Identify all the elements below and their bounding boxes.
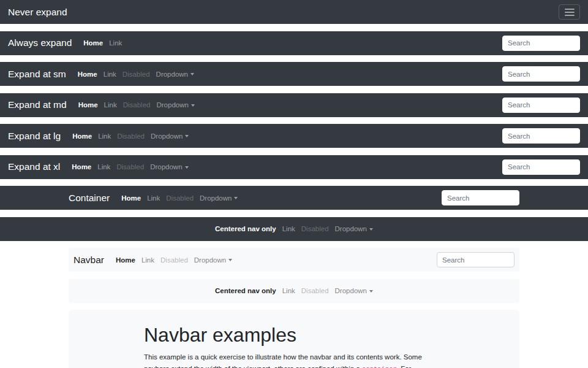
navbar-centered-dark: Centered nav only Link Disabled Dropdown [0, 217, 588, 241]
nav-item-home[interactable]: Home [69, 132, 95, 140]
nav-item-link[interactable]: Link [279, 225, 298, 232]
nav-item-disabled: Disabled [163, 194, 197, 202]
navbar-expand-md: Expand at md Home Link Disabled Dropdown [0, 93, 588, 117]
nav-item-dropdown[interactable]: Dropdown [332, 287, 376, 294]
nav-item-dropdown[interactable]: Dropdown [148, 132, 192, 140]
search-input[interactable] [502, 98, 580, 113]
dropdown-label: Dropdown [150, 163, 182, 171]
dropdown-label: Dropdown [335, 225, 367, 232]
nav-links: Home Link Disabled Dropdown [75, 101, 198, 109]
nav-links: Centered nav only Link Disabled Dropdown [212, 287, 376, 294]
nav-item-link[interactable]: Link [101, 101, 120, 109]
nav-links: Home Link Disabled Dropdown [69, 132, 192, 140]
navbar-expand-xl: Expand at xl Home Link Disabled Dropdown [0, 155, 588, 179]
nav-item-dropdown[interactable]: Dropdown [332, 225, 376, 232]
brand-expand-md[interactable]: Expand at md [8, 99, 67, 110]
navbar-container-inner: Container Home Link Disabled Dropdown [69, 186, 519, 210]
nav-item-centered-nav-only[interactable]: Centered nav only [212, 287, 279, 294]
search-input[interactable] [502, 159, 580, 175]
nav-links: Home Link Disabled Dropdown [75, 71, 197, 78]
dropdown-label: Dropdown [194, 256, 226, 264]
nav-item-centered-nav-only[interactable]: Centered nav only [212, 225, 279, 232]
nav-item-home[interactable]: Home [75, 71, 100, 78]
nav-links: Home Link Disabled Dropdown [118, 194, 241, 202]
dropdown-label: Dropdown [151, 132, 183, 140]
brand-navbar[interactable]: Navbar [74, 255, 104, 266]
navbar-expand-lg: Expand at lg Home Link Disabled Dropdown [0, 124, 588, 148]
brand-expand-xl[interactable]: Expand at xl [8, 161, 60, 172]
nav-item-dropdown[interactable]: Dropdown [153, 101, 197, 109]
nav-item-disabled: Disabled [120, 101, 154, 109]
container-code-literal: container [362, 366, 397, 368]
caret-down-icon [228, 259, 232, 261]
nav-item-link[interactable]: Link [94, 163, 113, 171]
nav-item-disabled: Disabled [114, 132, 148, 140]
nav-links: Home Link Disabled Dropdown [113, 256, 235, 264]
jumbotron: Navbar examples This example is a quick … [69, 310, 519, 368]
caret-down-icon [369, 228, 373, 231]
nav-item-disabled: Disabled [113, 163, 147, 171]
caret-down-icon [234, 197, 238, 199]
brand-always-expand[interactable]: Always expand [8, 37, 72, 48]
nav-item-link[interactable]: Link [144, 194, 163, 202]
nav-item-dropdown[interactable]: Dropdown [153, 71, 197, 78]
caret-down-icon [190, 73, 194, 75]
nav-item-dropdown[interactable]: Dropdown [197, 194, 241, 202]
nav-item-home[interactable]: Home [75, 101, 101, 109]
hamburger-icon [565, 9, 575, 10]
navbar-always-expand: Always expand Home Link [0, 31, 588, 55]
caret-down-icon [185, 166, 189, 169]
nav-item-dropdown[interactable]: Dropdown [191, 256, 235, 264]
nav-links: Home Link [80, 39, 125, 47]
dropdown-label: Dropdown [335, 287, 367, 294]
caret-down-icon [191, 104, 195, 107]
brand-expand-lg[interactable]: Expand at lg [8, 131, 61, 142]
caret-down-icon [185, 135, 189, 137]
search-input[interactable] [437, 252, 514, 267]
hamburger-icon [565, 12, 575, 13]
search-input[interactable] [502, 128, 580, 144]
dropdown-label: Dropdown [156, 71, 188, 78]
navbar-light: Navbar Home Link Disabled Dropdown [69, 248, 519, 272]
brand-container[interactable]: Container [69, 193, 110, 204]
navbar-centered-light: Centered nav only Link Disabled Dropdown [69, 279, 519, 303]
nav-item-link[interactable]: Link [138, 256, 157, 264]
brand-expand-sm[interactable]: Expand at sm [8, 69, 66, 80]
nav-item-link[interactable]: Link [279, 287, 298, 294]
dropdown-label: Dropdown [156, 101, 188, 109]
jumbotron-content: Navbar examples This example is a quick … [144, 323, 444, 368]
search-input[interactable] [502, 36, 580, 51]
nav-item-disabled: Disabled [298, 287, 332, 294]
nav-item-link[interactable]: Link [100, 71, 119, 78]
search-input[interactable] [442, 190, 519, 205]
nav-item-disabled: Disabled [298, 225, 332, 232]
nav-item-link[interactable]: Link [106, 39, 125, 47]
nav-item-home[interactable]: Home [113, 256, 138, 264]
nav-item-home[interactable]: Home [118, 194, 144, 202]
nav-item-disabled: Disabled [157, 256, 191, 264]
caret-down-icon [369, 290, 373, 293]
nav-item-home[interactable]: Home [69, 163, 94, 171]
navbar-expand-sm: Expand at sm Home Link Disabled Dropdown [0, 62, 588, 86]
brand-never-expand[interactable]: Never expand [8, 7, 67, 18]
nav-links: Home Link Disabled Dropdown [69, 163, 191, 171]
dropdown-label: Dropdown [200, 194, 232, 202]
navbar-container: Container Home Link Disabled Dropdown [0, 186, 588, 210]
nav-links: Centered nav only Link Disabled Dropdown [212, 225, 376, 232]
hamburger-icon [565, 15, 575, 16]
search-input[interactable] [502, 66, 580, 82]
page-title: Navbar examples [144, 323, 444, 347]
nav-item-dropdown[interactable]: Dropdown [147, 163, 191, 171]
navbar-toggler-button[interactable] [559, 4, 580, 20]
intro-paragraph: This example is a quick exercise to illu… [144, 351, 444, 368]
intro-text-after: . For [397, 365, 412, 368]
nav-item-disabled: Disabled [119, 71, 153, 78]
navbar-never-expand: Never expand [0, 0, 588, 24]
nav-item-home[interactable]: Home [80, 39, 106, 47]
nav-item-link[interactable]: Link [95, 132, 114, 140]
